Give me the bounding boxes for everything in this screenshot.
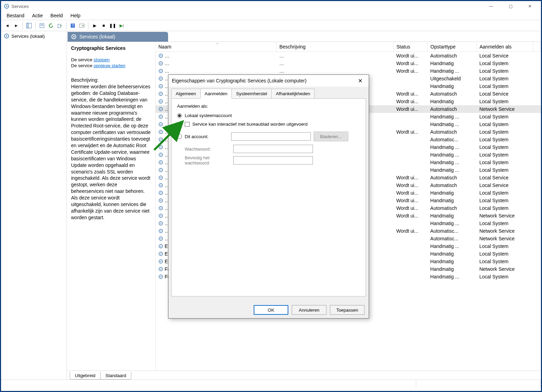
export-button[interactable]: [56, 21, 64, 30]
svg-point-42: [160, 154, 161, 155]
selected-service-name: Cryptographic Services: [71, 45, 151, 51]
svg-point-64: [160, 238, 161, 239]
confirm-password-input[interactable]: [233, 156, 313, 164]
svg-point-24: [160, 86, 161, 87]
tree-node-services[interactable]: Services (lokaal): [2, 33, 65, 39]
refresh-button[interactable]: [47, 21, 55, 30]
radio-local-system[interactable]: [177, 113, 182, 118]
svg-point-54: [160, 200, 161, 201]
stop-service-button[interactable]: ■: [99, 21, 108, 30]
titlebar: Services — ▢ ✕: [1, 1, 541, 11]
svg-point-48: [160, 177, 161, 178]
col-opstarttype[interactable]: Opstarttype: [428, 42, 477, 52]
checkbox-interactive[interactable]: [185, 122, 190, 127]
tab-uitgebreid[interactable]: Uitgebreid: [70, 372, 100, 380]
col-spacer: [533, 42, 541, 52]
service-row[interactable]: ……Wordt ui...Handmatig ...Local System: [156, 67, 541, 75]
service-row[interactable]: ……Wordt ui...HandmatigLocal System: [156, 60, 541, 67]
svg-point-44: [160, 162, 161, 163]
statusbar: [1, 380, 541, 388]
apply-button[interactable]: Toepassen: [330, 305, 365, 315]
restart-service-line: De service opnieuw starten: [71, 63, 151, 68]
col-naam[interactable]: Naam⌃: [156, 42, 277, 52]
minimize-button[interactable]: —: [484, 1, 498, 11]
svg-point-34: [160, 124, 161, 125]
svg-point-62: [160, 231, 161, 232]
svg-point-40: [160, 147, 161, 148]
svg-point-72: [160, 269, 161, 270]
svg-point-18: [160, 63, 161, 64]
show-hide-tree-button[interactable]: [25, 21, 33, 30]
panel-header-label: Services (lokaal): [79, 34, 115, 39]
logon-section-label: Aanmelden als:: [177, 104, 360, 109]
properties-dialog: Eigenschappen van Cryptographic Services…: [168, 74, 369, 319]
menu-help[interactable]: Help: [67, 11, 84, 20]
password-label: Wachtwoord:: [185, 146, 233, 152]
tab-systeemherstel[interactable]: Systeemherstel: [231, 89, 272, 99]
svg-text:?: ?: [72, 24, 74, 28]
start-service-button[interactable]: ▶: [90, 21, 99, 30]
svg-point-36: [160, 132, 161, 133]
svg-point-68: [160, 253, 161, 255]
back-button[interactable]: ◄: [3, 21, 11, 30]
dialog-close-button[interactable]: ✕: [355, 78, 365, 84]
tab-afhankelijkheden[interactable]: Afhankelijkheden: [271, 89, 315, 99]
menu-actie[interactable]: Actie: [28, 11, 46, 20]
bottom-tabs: Uitgebreid Standaard: [67, 371, 541, 380]
restart-service-button[interactable]: ▶|: [117, 21, 126, 30]
svg-point-1: [6, 6, 7, 7]
browse-button[interactable]: Bladeren...: [314, 132, 348, 141]
svg-point-60: [160, 223, 161, 224]
dialog-tabs: Algemeen Aanmelden Systeemherstel Afhank…: [168, 87, 369, 99]
window-title: Services: [11, 4, 484, 9]
svg-point-32: [160, 116, 161, 117]
svg-point-50: [160, 185, 161, 186]
svg-point-20: [160, 71, 161, 72]
confirm-password-label: Bevestig het wachtwoord:: [185, 155, 233, 166]
tab-algemeen[interactable]: Algemeen: [171, 89, 201, 99]
description-heading: Beschrijving:: [71, 77, 151, 83]
menubar: Bestand Actie Beeld Help: [1, 11, 541, 20]
ok-button[interactable]: OK: [254, 305, 288, 315]
password-input[interactable]: [233, 145, 313, 153]
svg-point-74: [160, 276, 161, 277]
properties-button[interactable]: [38, 21, 46, 30]
forward-button[interactable]: ►: [12, 21, 20, 30]
svg-point-26: [160, 93, 161, 95]
svg-point-66: [160, 246, 161, 247]
stop-link[interactable]: stoppen: [94, 57, 110, 62]
toolbar: ◄ ► ? ▶ ■ ❚❚ ▶|: [1, 20, 541, 31]
help-button[interactable]: ?: [69, 21, 77, 30]
close-button[interactable]: ✕: [523, 1, 537, 11]
svg-point-30: [160, 109, 161, 110]
svg-point-58: [160, 215, 161, 216]
service-row[interactable]: ……Wordt ui...AutomatischLocal Service: [156, 52, 541, 60]
col-aanmelden[interactable]: Aanmelden als: [477, 42, 533, 52]
gear-icon: [4, 33, 9, 39]
dialog-title: Eigenschappen van Cryptographic Services…: [172, 78, 355, 83]
services-app-icon: [4, 3, 9, 9]
svg-point-22: [160, 78, 161, 79]
gear-icon: [71, 34, 77, 39]
svg-point-56: [160, 208, 161, 209]
stop-service-line: De service stoppen: [71, 57, 151, 62]
account-name-input[interactable]: [231, 132, 311, 141]
col-status[interactable]: Status: [394, 42, 428, 52]
tab-aanmelden[interactable]: Aanmelden: [200, 89, 232, 99]
svg-rect-3: [27, 23, 28, 28]
svg-point-46: [160, 170, 161, 171]
col-beschrijving[interactable]: Beschrijving: [277, 42, 394, 52]
svg-point-28: [160, 101, 161, 102]
svg-point-70: [160, 261, 161, 262]
pause-service-button[interactable]: ❚❚: [108, 21, 117, 30]
cancel-button[interactable]: Annuleren: [292, 305, 326, 315]
radio-this-account[interactable]: [177, 134, 182, 139]
panel-header: Services (lokaal): [68, 32, 168, 42]
maximize-button[interactable]: ▢: [504, 1, 517, 11]
menu-beeld[interactable]: Beeld: [47, 11, 67, 20]
svg-rect-7: [58, 24, 61, 28]
restart-link[interactable]: opnieuw starten: [94, 63, 125, 68]
toolbar-button[interactable]: [78, 21, 86, 30]
menu-bestand[interactable]: Bestand: [3, 11, 28, 20]
tab-standaard[interactable]: Standaard: [100, 372, 131, 380]
